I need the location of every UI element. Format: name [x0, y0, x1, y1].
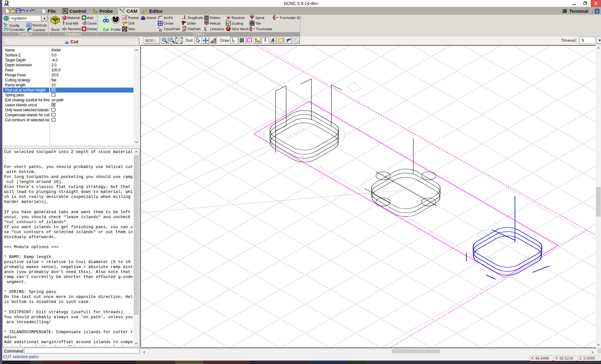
- timeout-dropdown[interactable]: ▼: [597, 37, 601, 44]
- group-label-cam[interactable]: CAM ▾: [98, 32, 300, 36]
- undo-icon[interactable]: [20, 8, 26, 13]
- property-name-2[interactable]: Target Depth: [3, 58, 49, 63]
- canvas-vertical-scrollbar[interactable]: [596, 45, 601, 348]
- property-name-12[interactable]: Only leave selected islands u: [3, 108, 49, 113]
- property-value-14[interactable]: [50, 117, 133, 122]
- spiral-button[interactable]: Spiral: [249, 15, 264, 20]
- canvas-vscroll-thumb[interactable]: [596, 187, 601, 217]
- scroll-arrow-up[interactable]: [135, 151, 138, 153]
- property-name-7[interactable]: Ramp length: [3, 83, 49, 88]
- draw-margin-toggle[interactable]: [246, 37, 253, 44]
- property-name-5[interactable]: Plunge Feed: [3, 73, 49, 78]
- scroll-arrow-up[interactable]: [135, 49, 138, 51]
- minimize-button[interactable]: [569, 0, 579, 7]
- property-value-9[interactable]: [50, 93, 133, 98]
- property-scrollbar[interactable]: [133, 47, 140, 146]
- timeout-input[interactable]: 5: [579, 37, 596, 44]
- property-value-3[interactable]: 2.0: [50, 63, 133, 68]
- property-name-14[interactable]: Cut contours of selected isla: [3, 117, 49, 122]
- property-value-0[interactable]: Kiefer: [50, 48, 133, 53]
- scroll-arrow-down[interactable]: [597, 344, 600, 346]
- maximize-button[interactable]: [579, 0, 591, 7]
- help-scrollbar[interactable]: [133, 149, 139, 347]
- property-name-8[interactable]: First cut at surface height: [3, 88, 49, 93]
- property-name-3[interactable]: Depth Increment: [3, 63, 49, 68]
- controller-button[interactable]: Controller: [3, 27, 25, 31]
- draw-workarea-toggle[interactable]: [277, 37, 284, 44]
- property-value-2[interactable]: -4.0: [50, 58, 133, 63]
- camera-button[interactable]: Camera: [26, 27, 45, 32]
- tab-editor[interactable]: Editor: [142, 7, 163, 15]
- clone-button[interactable]: Clone: [82, 21, 97, 26]
- property-value-10[interactable]: on path: [50, 98, 133, 103]
- helical-button[interactable]: Helical: [204, 21, 220, 26]
- property-value-8[interactable]: [50, 88, 133, 93]
- trochoidal-3d-button[interactable]: Trochoidal 3D: [273, 15, 301, 20]
- material-button[interactable]: Material: [62, 15, 80, 20]
- zoom-out-button[interactable]: [168, 37, 175, 44]
- island-button[interactable]: Island: [140, 15, 156, 20]
- move-arrows-button[interactable]: [202, 37, 209, 44]
- delete-button[interactable]: Delete: [82, 26, 97, 31]
- tab-terminal[interactable]: Terminal: [562, 7, 588, 15]
- draw-rapid-runner-toggle[interactable]: [269, 37, 276, 44]
- tabs-button[interactable]: Tabs: [122, 26, 135, 31]
- command-input[interactable]: [24, 348, 140, 353]
- gauge-button[interactable]: [209, 37, 217, 44]
- center-button[interactable]: Center: [158, 21, 174, 26]
- zoom-fit-button[interactable]: [175, 37, 183, 44]
- group-label-database[interactable]: Database: [49, 32, 97, 36]
- undo-dropdown-icon[interactable]: [26, 8, 29, 13]
- scroll-arrow-left[interactable]: [143, 351, 147, 353]
- drill-button[interactable]: Drill: [122, 21, 134, 26]
- random-button[interactable]: Random: [226, 15, 245, 20]
- dragknife-button[interactable]: DragKnife: [181, 15, 203, 20]
- profile-button[interactable]: Profile: [110, 15, 121, 31]
- open-folder-icon[interactable]: [10, 8, 16, 13]
- rename-button[interactable]: aeRename: [62, 26, 81, 31]
- stock-button[interactable]: Stock: [50, 15, 61, 31]
- property-value-5[interactable]: 20.0: [50, 73, 133, 78]
- system-combobox[interactable]: <system>: [9, 15, 41, 22]
- property-name-column[interactable]: NameSurface ZTarget DepthDepth Increment…: [3, 47, 49, 146]
- scaling-button[interactable]: Scaling: [226, 21, 243, 26]
- add-button[interactable]: Add: [82, 15, 93, 20]
- scroll-arrow-up[interactable]: [597, 47, 600, 49]
- property-name-11[interactable]: Leave islands uncut: [3, 103, 49, 108]
- arcfit-button[interactable]: ArcFit: [158, 15, 173, 20]
- tab-file[interactable]: File: [41, 7, 56, 15]
- closepath-button[interactable]: ClosePath: [158, 26, 180, 31]
- redo-icon[interactable]: [29, 8, 35, 13]
- driller-button[interactable]: Driller: [181, 21, 196, 26]
- scroll-arrow-down[interactable]: [135, 342, 138, 344]
- scroll-arrow-down[interactable]: [135, 141, 138, 143]
- property-value-1[interactable]: 0.0: [50, 53, 133, 58]
- cut-panel-header[interactable]: Cut: [3, 38, 139, 46]
- property-value-6[interactable]: flat: [50, 78, 133, 83]
- tile-button[interactable]: Tile: [249, 21, 261, 26]
- help-scroll-thumb[interactable]: [134, 155, 139, 315]
- property-name-13[interactable]: Compensate islands for cutt: [3, 113, 49, 117]
- draw-camera-toggle[interactable]: [285, 37, 292, 44]
- tab-cam[interactable]: CAM: [119, 7, 137, 15]
- zoom-in-button[interactable]: [161, 37, 168, 44]
- draw-probe-ruler-toggle[interactable]: [254, 37, 261, 44]
- property-name-9[interactable]: Spring pass: [3, 93, 49, 98]
- property-value-column[interactable]: Kiefer0.0-4.02.0100.020.0flat10on path: [50, 47, 133, 146]
- flatpath-button[interactable]: FlatPath: [181, 26, 201, 31]
- close-button[interactable]: [591, 0, 601, 7]
- draw-refresh-toggle[interactable]: [293, 37, 300, 44]
- new-file-icon[interactable]: [5, 8, 10, 13]
- end-mill-button[interactable]: End Mill: [62, 21, 78, 26]
- draw-grid-toggle[interactable]: [238, 37, 245, 44]
- property-name-6[interactable]: Cutting strategy: [3, 78, 49, 83]
- trochoidal-button[interactable]: Trochoidal: [249, 26, 272, 31]
- tab-control[interactable]: Control: [63, 7, 86, 15]
- flatten-button[interactable]: Flatten: [204, 15, 220, 20]
- scroll-arrow-right[interactable]: [592, 351, 595, 353]
- cursor-arrow-button[interactable]: [195, 37, 202, 44]
- property-value-12[interactable]: [50, 108, 133, 113]
- view-select-button[interactable]: ISO1: [143, 37, 160, 44]
- slice-mesh-button[interactable]: Slice Mesh: [226, 26, 249, 31]
- property-name-10[interactable]: Exit strategy (usefull for thre: [3, 98, 49, 103]
